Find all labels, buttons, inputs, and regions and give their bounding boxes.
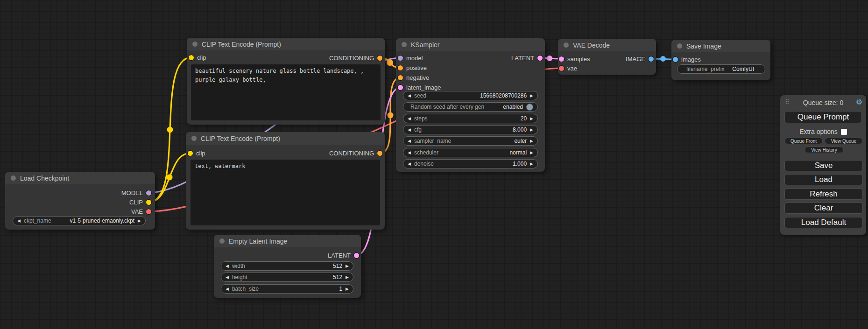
image-slot-icon[interactable] bbox=[673, 57, 678, 62]
increment-arrow-icon[interactable]: ▶ bbox=[530, 117, 533, 121]
scheduler-widget[interactable]: ◀ scheduler normal ▶ bbox=[403, 148, 538, 157]
collapse-dot-icon[interactable] bbox=[402, 42, 407, 47]
node-title-bar[interactable]: Save Image bbox=[671, 40, 770, 52]
node-load-checkpoint[interactable]: Load Checkpoint MODEL CLIP VAE ◀ ckpt_na… bbox=[5, 172, 155, 230]
node-empty-latent-image[interactable]: Empty Latent Image LATENT ◀ width 512 ▶ … bbox=[214, 235, 361, 298]
width-widget[interactable]: ◀ width 512 ▶ bbox=[221, 261, 353, 271]
increment-arrow-icon[interactable]: ▶ bbox=[530, 94, 533, 98]
increment-arrow-icon[interactable]: ▶ bbox=[530, 151, 533, 155]
height-widget[interactable]: ◀ height 512 ▶ bbox=[221, 273, 353, 282]
node-title-bar[interactable]: KSampler bbox=[396, 38, 545, 51]
input-slot-negative[interactable]: negative bbox=[398, 73, 429, 82]
positive-prompt-textarea[interactable]: beautiful scenery nature glass bottle la… bbox=[191, 64, 381, 120]
load-button[interactable]: Load bbox=[784, 174, 863, 185]
input-slot-latent-image[interactable]: latent_image bbox=[398, 83, 441, 92]
conditioning-slot-icon[interactable] bbox=[377, 151, 382, 156]
clear-button[interactable]: Clear bbox=[784, 203, 863, 214]
node-title-bar[interactable]: Empty Latent Image bbox=[214, 235, 361, 247]
input-slot-images[interactable]: images bbox=[673, 55, 701, 64]
collapse-dot-icon[interactable] bbox=[11, 175, 16, 181]
decrement-arrow-icon[interactable]: ◀ bbox=[17, 219, 21, 223]
collapse-dot-icon[interactable] bbox=[191, 136, 197, 141]
sampler-name-widget[interactable]: ◀ sampler_name euler ▶ bbox=[403, 136, 538, 146]
input-slot-clip[interactable]: clip bbox=[189, 53, 206, 62]
queue-prompt-button[interactable]: Queue Prompt bbox=[784, 111, 862, 123]
increment-arrow-icon[interactable]: ▶ bbox=[138, 219, 141, 223]
input-slot-positive[interactable]: positive bbox=[398, 63, 427, 72]
collapse-dot-icon[interactable] bbox=[564, 42, 569, 48]
decrement-arrow-icon[interactable]: ◀ bbox=[408, 117, 411, 121]
increment-arrow-icon[interactable]: ▶ bbox=[530, 162, 533, 166]
increment-arrow-icon[interactable]: ▶ bbox=[346, 287, 349, 291]
latent-slot-icon[interactable] bbox=[354, 253, 359, 258]
latent-slot-icon[interactable] bbox=[398, 85, 403, 90]
queue-front-button[interactable]: Queue Front bbox=[784, 138, 823, 144]
decrement-arrow-icon[interactable]: ◀ bbox=[408, 128, 411, 132]
decrement-arrow-icon[interactable]: ◀ bbox=[226, 264, 229, 268]
negative-prompt-textarea[interactable]: text, watermark bbox=[191, 160, 380, 225]
input-slot-vae[interactable]: vae bbox=[559, 63, 577, 73]
decrement-arrow-icon[interactable]: ◀ bbox=[226, 275, 229, 280]
conditioning-slot-icon[interactable] bbox=[398, 75, 403, 80]
output-slot-conditioning[interactable]: CONDITIONING bbox=[329, 148, 382, 158]
vae-slot-icon[interactable] bbox=[146, 209, 151, 214]
output-slot-model[interactable]: MODEL bbox=[121, 188, 151, 197]
node-graph-canvas[interactable]: Load Checkpoint MODEL CLIP VAE ◀ ckpt_na… bbox=[0, 0, 868, 329]
node-title-bar[interactable]: CLIP Text Encode (Prompt) bbox=[186, 132, 385, 145]
increment-arrow-icon[interactable]: ▶ bbox=[346, 275, 349, 280]
output-slot-image[interactable]: IMAGE bbox=[626, 54, 654, 63]
save-button[interactable]: Save bbox=[784, 160, 863, 171]
batch-size-widget[interactable]: ◀ batch_size 1 ▶ bbox=[221, 284, 353, 294]
node-save-image[interactable]: Save Image images filename_prefix ComfyU… bbox=[671, 40, 770, 80]
increment-arrow-icon[interactable]: ▶ bbox=[530, 128, 533, 132]
output-slot-clip[interactable]: CLIP bbox=[129, 197, 151, 207]
latent-slot-icon[interactable] bbox=[559, 56, 564, 62]
clip-slot-icon[interactable] bbox=[188, 151, 193, 156]
output-slot-latent[interactable]: LATENT bbox=[328, 251, 359, 260]
ckpt-name-widget[interactable]: ◀ ckpt_name v1-5-pruned-emaonly.ckpt ▶ bbox=[13, 216, 146, 225]
input-slot-clip[interactable]: clip bbox=[188, 148, 205, 158]
increment-arrow-icon[interactable]: ▶ bbox=[346, 264, 349, 268]
node-vae-decode[interactable]: VAE Decode samples vae IMAGE bbox=[558, 39, 656, 75]
decrement-arrow-icon[interactable]: ◀ bbox=[408, 94, 411, 98]
input-slot-model[interactable]: model bbox=[398, 53, 423, 63]
collapse-dot-icon[interactable] bbox=[677, 43, 682, 49]
settings-gear-icon[interactable]: ⚙ bbox=[856, 98, 862, 106]
steps-widget[interactable]: ◀ steps 20 ▶ bbox=[403, 114, 538, 123]
decrement-arrow-icon[interactable]: ◀ bbox=[408, 162, 411, 166]
load-default-button[interactable]: Load Default bbox=[784, 217, 863, 228]
decrement-arrow-icon[interactable]: ◀ bbox=[408, 151, 411, 155]
node-clip-text-encode-negative[interactable]: CLIP Text Encode (Prompt) clip CONDITION… bbox=[186, 132, 385, 230]
model-slot-icon[interactable] bbox=[398, 56, 403, 61]
node-title-bar[interactable]: VAE Decode bbox=[558, 39, 656, 51]
seed-widget[interactable]: ◀ seed 156680208700286 ▶ bbox=[403, 91, 538, 100]
increment-arrow-icon[interactable]: ▶ bbox=[530, 139, 533, 143]
denoise-widget[interactable]: ◀ denoise 1.000 ▶ bbox=[403, 159, 538, 168]
conditioning-slot-icon[interactable] bbox=[377, 56, 382, 61]
cfg-widget[interactable]: ◀ cfg 8.000 ▶ bbox=[403, 125, 538, 134]
node-title-bar[interactable]: CLIP Text Encode (Prompt) bbox=[187, 38, 385, 50]
decrement-arrow-icon[interactable]: ◀ bbox=[408, 139, 411, 143]
clip-slot-icon[interactable] bbox=[146, 200, 151, 205]
clip-slot-icon[interactable] bbox=[189, 55, 194, 60]
filename-prefix-widget[interactable]: filename_prefix ComfyUI bbox=[677, 64, 765, 74]
vae-slot-icon[interactable] bbox=[559, 66, 564, 71]
decrement-arrow-icon[interactable]: ◀ bbox=[226, 287, 229, 291]
model-slot-icon[interactable] bbox=[146, 190, 151, 196]
conditioning-slot-icon[interactable] bbox=[398, 65, 403, 70]
refresh-button[interactable]: Refresh bbox=[784, 189, 863, 200]
toggle-enabled-icon[interactable] bbox=[526, 104, 533, 111]
node-title-bar[interactable]: Load Checkpoint bbox=[5, 172, 155, 184]
extra-options-checkbox[interactable] bbox=[841, 129, 847, 135]
view-history-button[interactable]: View History bbox=[804, 147, 844, 153]
view-queue-button[interactable]: View Queue bbox=[825, 138, 863, 144]
image-slot-icon[interactable] bbox=[649, 56, 654, 62]
latent-slot-icon[interactable] bbox=[537, 56, 543, 61]
input-slot-samples[interactable]: samples bbox=[559, 54, 590, 63]
output-slot-latent[interactable]: LATENT bbox=[511, 53, 543, 63]
node-clip-text-encode-positive[interactable]: CLIP Text Encode (Prompt) clip CONDITION… bbox=[187, 38, 385, 125]
node-ksampler[interactable]: KSampler model positive negative latent_… bbox=[396, 38, 545, 172]
collapse-dot-icon[interactable] bbox=[219, 238, 225, 244]
output-slot-vae[interactable]: VAE bbox=[131, 207, 151, 216]
collapse-dot-icon[interactable] bbox=[192, 42, 198, 47]
